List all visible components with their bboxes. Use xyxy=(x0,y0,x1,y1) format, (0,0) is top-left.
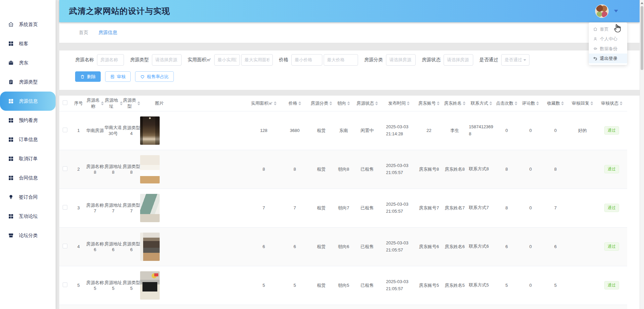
row-select-cell xyxy=(59,111,71,150)
sort-asc-icon[interactable] xyxy=(274,101,277,103)
sort-asc-icon[interactable] xyxy=(590,101,593,103)
filter-input[interactable]: 最大价格 xyxy=(324,54,358,66)
sort-desc-icon[interactable] xyxy=(463,104,465,105)
sort-desc-icon[interactable] xyxy=(274,104,277,105)
sort-icon[interactable] xyxy=(274,101,277,105)
sidebar-item-sign-contract[interactable]: 签订合同 xyxy=(0,187,56,207)
sort-desc-icon[interactable] xyxy=(620,104,622,105)
sort-icon[interactable] xyxy=(620,101,622,105)
sidebar-item-system-home[interactable]: 系统首页 xyxy=(0,15,56,34)
filter-input[interactable]: 最小价格 xyxy=(291,54,322,66)
scrollbar-thumb[interactable] xyxy=(641,6,643,70)
sort-icon[interactable] xyxy=(515,101,517,105)
sort-desc-icon[interactable] xyxy=(561,104,564,105)
sort-asc-icon[interactable] xyxy=(407,101,410,103)
sort-icon[interactable] xyxy=(561,101,564,105)
row-checkbox[interactable] xyxy=(63,166,67,171)
vertical-scrollbar[interactable] xyxy=(640,0,644,309)
sidebar-item-contract-info[interactable]: 合同信息 xyxy=(0,168,56,187)
sort-icon[interactable] xyxy=(407,101,410,105)
sidebar-item-house-type[interactable]: 房源类型 xyxy=(0,72,56,92)
user-avatar[interactable] xyxy=(595,4,609,18)
sort-desc-icon[interactable] xyxy=(590,104,593,105)
ratio-button[interactable]: 租售率占比 xyxy=(135,71,174,82)
sort-icon[interactable] xyxy=(137,101,140,105)
filter-input[interactable]: 房源名称 xyxy=(97,54,124,66)
cell-publish_time: 2025-03-03 21:05:57 xyxy=(381,150,417,188)
sort-icon[interactable] xyxy=(347,101,350,105)
sort-asc-icon[interactable] xyxy=(101,101,104,103)
sidebar-item-cancel-order[interactable]: 取消订单 xyxy=(0,149,56,168)
sort-icon[interactable] xyxy=(375,101,378,105)
row-checkbox[interactable] xyxy=(63,205,67,210)
sort-icon[interactable] xyxy=(590,101,593,105)
filter-input[interactable]: 最大实用面积㎡ xyxy=(241,54,273,66)
sort-desc-icon[interactable] xyxy=(298,104,301,105)
sort-desc-icon[interactable] xyxy=(407,104,410,105)
sort-desc-icon[interactable] xyxy=(101,104,104,105)
sort-asc-icon[interactable] xyxy=(463,101,465,103)
sidebar-item-viewing[interactable]: 预约看房 xyxy=(0,111,56,130)
row-checkbox[interactable] xyxy=(63,244,67,248)
cell-review_reply xyxy=(569,266,596,305)
row-checkbox[interactable] xyxy=(63,128,67,132)
sort-asc-icon[interactable] xyxy=(561,101,564,103)
chevron-down-icon[interactable] xyxy=(614,10,618,12)
sidebar-item-forum-category[interactable]: 论坛分类 xyxy=(0,226,56,245)
sidebar-item-landlord[interactable]: 房东 xyxy=(0,53,56,72)
sort-icon[interactable] xyxy=(329,101,332,105)
cell-text: 2025-03-03 21:05:57 xyxy=(386,201,412,214)
sort-icon[interactable] xyxy=(101,101,104,105)
filter-input[interactable]: 最小实用面积 xyxy=(214,54,240,66)
sort-asc-icon[interactable] xyxy=(489,101,492,103)
sidebar-item-forum[interactable]: 互动论坛 xyxy=(0,207,56,226)
sort-asc-icon[interactable] xyxy=(347,101,350,103)
sort-desc-icon[interactable] xyxy=(437,104,440,105)
sidebar-item-order-info[interactable]: 订单信息 xyxy=(0,130,56,149)
sort-desc-icon[interactable] xyxy=(347,104,350,105)
breadcrumb-item[interactable]: 首页 xyxy=(79,30,88,36)
sidebar-item-house-info[interactable]: 房源信息 xyxy=(0,92,56,111)
sort-desc-icon[interactable] xyxy=(137,104,140,105)
select-all-checkbox[interactable] xyxy=(63,100,67,105)
sort-desc-icon[interactable] xyxy=(120,104,123,105)
filter-select[interactable]: 是否通过 xyxy=(501,54,529,66)
scrollbar-up-arrow-icon[interactable] xyxy=(641,2,643,4)
sort-asc-icon[interactable] xyxy=(437,101,440,103)
filter-select[interactable]: 请选择房源 xyxy=(152,54,182,66)
audit-button[interactable]: 审核 xyxy=(105,71,131,82)
sort-icon[interactable] xyxy=(298,101,301,105)
sort-icon[interactable] xyxy=(463,101,465,105)
sort-asc-icon[interactable] xyxy=(536,101,539,103)
menu-item-profile[interactable]: 个人中心 xyxy=(589,34,627,44)
sort-icon[interactable] xyxy=(120,101,123,105)
sort-desc-icon[interactable] xyxy=(536,104,539,105)
cell-text: 2025-03-03 21:05:57 xyxy=(386,278,412,292)
sort-icon[interactable] xyxy=(437,101,440,105)
menu-item-label: 退出登录 xyxy=(600,56,617,62)
sort-desc-icon[interactable] xyxy=(515,104,517,105)
menu-item-backup[interactable]: 数据备份 xyxy=(589,44,627,54)
arrow-left-icon xyxy=(593,46,598,51)
filter-select[interactable]: 请选择房源 xyxy=(386,54,416,66)
sort-asc-icon[interactable] xyxy=(298,101,301,103)
sort-desc-icon[interactable] xyxy=(375,104,378,105)
cell-contact: 15874123698 xyxy=(468,111,494,150)
sort-icon[interactable] xyxy=(489,101,492,105)
sort-asc-icon[interactable] xyxy=(120,101,123,103)
delete-button[interactable]: 删除 xyxy=(75,71,101,82)
sort-desc-icon[interactable] xyxy=(329,104,332,105)
breadcrumb-item[interactable]: 房源信息 xyxy=(98,30,117,36)
row-checkbox[interactable] xyxy=(63,282,67,287)
menu-item-logout[interactable]: 退出登录 xyxy=(589,54,627,63)
sort-asc-icon[interactable] xyxy=(620,101,622,103)
sort-asc-icon[interactable] xyxy=(137,101,140,103)
cell-area xyxy=(247,305,281,309)
sort-desc-icon[interactable] xyxy=(489,104,492,105)
sort-asc-icon[interactable] xyxy=(375,101,378,103)
sidebar-item-tenant[interactable]: 租客 xyxy=(0,34,56,53)
sort-asc-icon[interactable] xyxy=(329,101,332,103)
sort-icon[interactable] xyxy=(536,101,539,105)
filter-select[interactable]: 请选择房源 xyxy=(444,54,473,66)
sort-asc-icon[interactable] xyxy=(515,101,517,103)
